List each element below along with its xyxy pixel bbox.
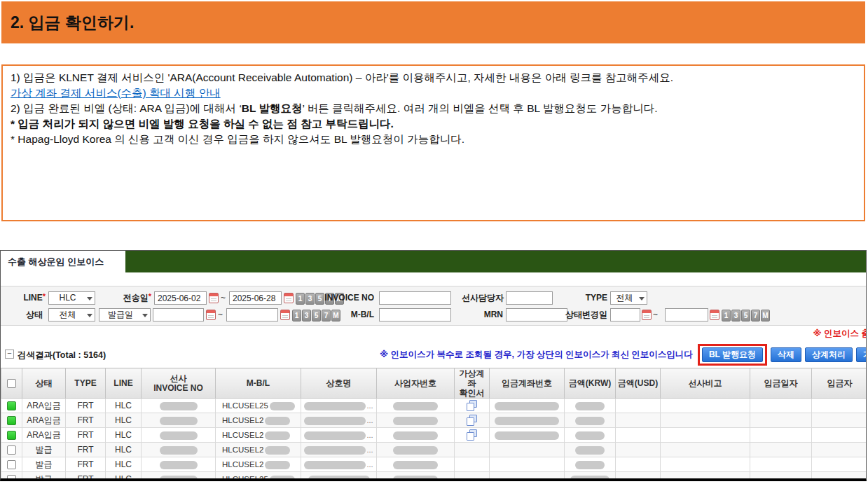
- remark-cell: [661, 472, 750, 479]
- invoice-no-cell: [142, 399, 216, 413]
- invoice-no-input[interactable]: [379, 291, 451, 305]
- quick-range-button-3[interactable]: 3: [302, 310, 311, 321]
- quick-range-button-7[interactable]: 7: [751, 310, 760, 321]
- row-checkbox[interactable]: [7, 445, 16, 455]
- virtual-account-doc-icon[interactable]: [467, 400, 477, 411]
- issue-date-to-input[interactable]: [226, 308, 278, 321]
- deposit-date-cell: [750, 428, 812, 443]
- mbl-prefix: HLCUSEL25: [222, 401, 268, 410]
- status-dropdown[interactable]: 전체: [48, 308, 95, 321]
- redacted-value: [570, 476, 609, 478]
- instruction-line-3: * 입금 처리가 되지 않으면 비엘 발행 요청을 하실 수 없는 점 참고 부…: [11, 116, 856, 132]
- quick-range-button-5[interactable]: 5: [312, 310, 321, 321]
- redacted-value: [265, 446, 290, 455]
- row-checkbox[interactable]: [7, 460, 16, 469]
- invoice-no-cell: [142, 472, 216, 479]
- line-dropdown[interactable]: HLC: [48, 291, 95, 305]
- status-cell: ARA입금: [22, 428, 66, 443]
- results-summary: 검색결과(Total : 5164): [5, 350, 106, 361]
- row-checkbox[interactable]: [7, 431, 16, 440]
- type-cell: FRT: [66, 399, 106, 413]
- redacted-value: [393, 402, 438, 410]
- redacted-value: [495, 431, 559, 440]
- line-cell: HLC: [106, 428, 142, 443]
- quick-range-button-M[interactable]: M: [761, 310, 770, 321]
- row-checkbox[interactable]: [7, 401, 16, 410]
- doc-cell: [455, 413, 490, 428]
- redacted-value: [160, 417, 198, 425]
- quick-range-button-1[interactable]: 1: [296, 293, 305, 305]
- invoice-table: 상태TYPELINE선사 INVOICE NOM-B/L상호명사업자번호가상계좌…: [1, 368, 867, 478]
- line-cell: HLC: [106, 457, 142, 472]
- mrn-input[interactable]: [506, 308, 567, 321]
- date-type-dropdown[interactable]: 발급일: [99, 308, 151, 321]
- instruction-line-4: * Hapag-Lloyd Korea 의 신용 고객 이신 경우 입금을 하지…: [11, 132, 856, 147]
- invoice-no-label: INVOICE NO: [314, 291, 374, 305]
- calendar-icon[interactable]: [710, 310, 719, 320]
- remark-cell: [661, 413, 750, 428]
- offset-button[interactable]: 상계처리: [805, 347, 853, 362]
- krw-cell: [565, 443, 616, 457]
- filter-panel: LINE HLC 전송일 ~ 1357M INVOICE NO 선사담당자 TY…: [1, 286, 866, 326]
- type-dropdown[interactable]: 전체: [610, 291, 647, 305]
- status-change-to-input[interactable]: [665, 308, 708, 321]
- delete-button[interactable]: 삭제: [771, 347, 801, 362]
- redacted-value: [304, 431, 366, 440]
- mbl-input[interactable]: [379, 308, 451, 321]
- krw-cell: [565, 457, 616, 472]
- checkbox-cell: [1, 457, 22, 472]
- tab-bar: 수출 해상운임 인보이스: [1, 251, 866, 272]
- tab-export-ocean-freight-invoice[interactable]: 수출 해상운임 인보이스: [1, 251, 125, 272]
- send-date-to-input[interactable]: [229, 291, 282, 305]
- virtual-account-button[interactable]: 가상: [856, 347, 867, 362]
- calendar-icon[interactable]: [206, 310, 216, 320]
- biznum-cell: [377, 413, 455, 428]
- quick-range-button-5[interactable]: 5: [741, 310, 750, 321]
- row-checkbox[interactable]: [7, 416, 16, 425]
- quick-range-button-1[interactable]: 1: [722, 310, 731, 321]
- status-change-from-input[interactable]: [610, 308, 640, 321]
- redacted-value: [575, 417, 605, 425]
- virtual-account-doc-icon[interactable]: [467, 429, 477, 441]
- mbl-prefix: HLCUSEL2: [222, 460, 263, 469]
- column-header-usd-cell: 금액(USD): [616, 368, 661, 399]
- checkbox-cell: [1, 399, 22, 413]
- calendar-icon[interactable]: [284, 293, 294, 303]
- issue-date-from-input[interactable]: [153, 308, 204, 321]
- company-cell: ...: [301, 457, 377, 472]
- mbl-cell: HLCUSEL2: [216, 428, 301, 443]
- quick-range-button-1[interactable]: 1: [292, 310, 301, 321]
- truncation-dots: ...: [366, 431, 373, 439]
- calendar-icon[interactable]: [642, 310, 652, 320]
- redacted-value: [160, 446, 198, 455]
- calendar-icon[interactable]: [280, 310, 290, 320]
- virtual-account-guide-link[interactable]: 가상 계좌 결제 서비스(수출) 확대 시행 안내: [11, 87, 221, 99]
- redacted-value: [304, 446, 366, 455]
- row-checkbox[interactable]: [7, 475, 16, 478]
- mbl-label: M-B/L: [325, 308, 374, 321]
- status-label: 상태: [2, 308, 43, 321]
- line-cell: HLC: [106, 399, 142, 413]
- usd-cell: [616, 472, 661, 479]
- usd-cell: [616, 443, 661, 457]
- doc-cell: [455, 472, 490, 479]
- bl-request-button[interactable]: BL 발행요청: [702, 347, 763, 362]
- carrier-contact-input[interactable]: [506, 291, 553, 305]
- virtual-account-doc-icon[interactable]: [467, 415, 477, 426]
- send-date-from-input[interactable]: [154, 291, 207, 305]
- redacted-value: [304, 402, 366, 410]
- mbl-cell: HLCUSEL25: [216, 472, 301, 479]
- line-value: HLC: [59, 293, 76, 303]
- redacted-value: [160, 402, 198, 410]
- collapse-icon[interactable]: [5, 350, 14, 359]
- line-cell: HLC: [106, 413, 142, 428]
- account-cell: [490, 428, 565, 443]
- quick-range-button-3[interactable]: 3: [731, 310, 740, 321]
- select-all-checkbox[interactable]: [7, 379, 16, 388]
- biznum-cell: [377, 472, 455, 479]
- instruction-line-1: 1) 입금은 KLNET 결제 서비스인 'ARA(Account Receiv…: [11, 70, 856, 85]
- checkbox-cell: [1, 428, 22, 443]
- calendar-icon[interactable]: [209, 293, 219, 303]
- redacted-value: [393, 476, 438, 478]
- redacted-value: [160, 461, 198, 469]
